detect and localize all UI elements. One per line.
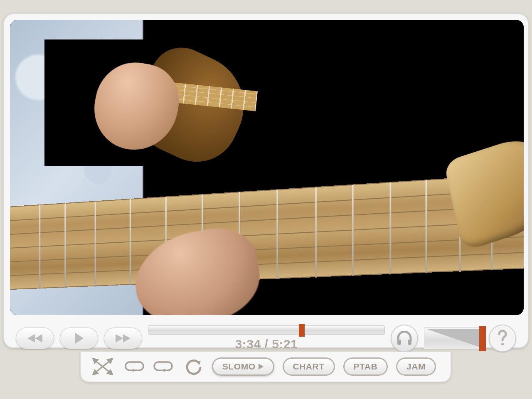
time-display: 3:34 / 5:21 [235,337,298,351]
transport-bar: 3:34 / 5:21 [16,322,516,355]
svg-marker-3 [116,334,123,342]
current-time: 3:34 [235,337,261,351]
svg-marker-19 [259,364,264,369]
rewind-button[interactable] [16,328,54,349]
help-button[interactable] [489,325,516,352]
volume-handle[interactable] [479,326,486,351]
rewind-icon [26,332,44,344]
ptab-label: PTAB [354,362,378,372]
duration: 5:21 [272,337,298,351]
video-viewport[interactable] [10,20,524,315]
headphones-icon [396,331,413,345]
svg-marker-18 [197,361,201,365]
svg-marker-1 [35,334,42,342]
expand-arrows-icon [91,358,114,375]
chart-label: CHART [293,362,325,372]
repeat-button[interactable] [183,357,204,376]
question-mark-icon [496,329,509,347]
play-small-icon [258,363,264,370]
svg-marker-4 [123,334,131,342]
progress-handle[interactable] [299,324,305,337]
volume-slider[interactable] [424,328,483,349]
loop-start-icon [123,360,144,374]
loop-end-button[interactable] [153,357,175,376]
svg-marker-2 [75,333,84,344]
svg-marker-17 [162,369,165,372]
loop-start-button[interactable] [123,357,145,376]
chart-button[interactable]: CHART [283,357,335,376]
slomo-label: SLOMO [222,362,256,372]
play-button[interactable] [60,328,98,349]
repeat-icon [184,358,202,375]
volume-ramp-icon [426,329,480,347]
progress-area: 3:34 / 5:21 [148,325,385,351]
time-separator: / [261,337,272,351]
fast-forward-icon [114,332,132,344]
progress-slider[interactable] [148,325,385,335]
svg-rect-6 [408,340,411,345]
fast-forward-button[interactable] [104,328,142,349]
video-player-frame: 3:34 / 5:21 [3,13,529,348]
svg-point-7 [501,343,504,345]
picture-in-picture [45,40,252,165]
jam-button[interactable]: JAM [396,357,436,376]
ptab-button[interactable]: PTAB [343,357,388,376]
slomo-button[interactable]: SLOMO [212,357,274,376]
lower-toolbar: SLOMO CHART PTAB JAM [80,352,451,382]
svg-marker-0 [27,334,35,342]
play-icon [73,332,85,345]
svg-marker-16 [133,369,136,372]
loop-end-icon [153,360,174,374]
svg-rect-5 [397,340,401,345]
audio-button[interactable] [391,325,418,352]
jam-label: JAM [406,362,426,372]
fullscreen-button[interactable] [91,357,115,376]
